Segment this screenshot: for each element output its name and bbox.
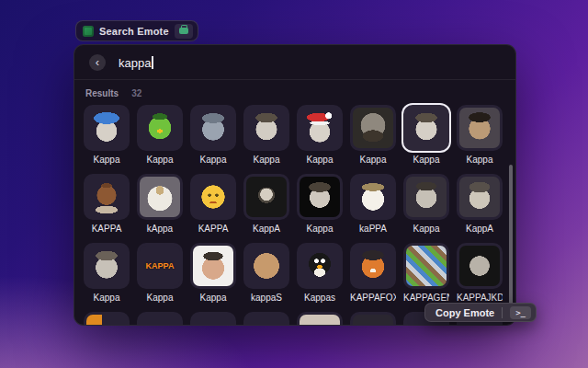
emote-cell: KappA: [457, 174, 503, 235]
emote-label: Kappa: [403, 155, 449, 166]
results-label: Results: [85, 88, 119, 98]
emote-thumbnail: [193, 246, 233, 286]
action-bar-divider: [502, 307, 503, 318]
emote-tile[interactable]: [84, 243, 130, 289]
copy-emote-button[interactable]: Copy Emote: [435, 307, 494, 318]
emote-cell: KAPPAFOX: [350, 243, 396, 304]
emote-thumbnail: [406, 177, 447, 217]
emote-glyph-text: KAPPA: [146, 261, 175, 270]
emote-tile[interactable]: [403, 174, 449, 220]
emote-thumbnail: [300, 177, 340, 217]
emote-thumbnail: [459, 108, 500, 148]
emote-cell: Kappa: [403, 174, 449, 235]
emote-tile[interactable]: [350, 105, 396, 151]
scrollbar-thumb[interactable]: [509, 165, 513, 319]
text-caret: [152, 56, 153, 69]
emote-cell: Kappa: [350, 105, 396, 166]
emote-thumbnail: [246, 108, 287, 148]
emote-cell: Kappa: [190, 105, 236, 166]
emote-tile[interactable]: [243, 105, 289, 151]
search-bar: ‹ kappa: [74, 45, 515, 80]
emote-label: Kappa: [457, 155, 503, 166]
emote-cell: Kappa: [137, 105, 183, 166]
emote-cell: KAPPAKappa: [137, 243, 183, 304]
emote-tile[interactable]: [137, 312, 183, 326]
emote-tile[interactable]: [190, 243, 236, 289]
emote-tile[interactable]: [350, 312, 396, 326]
emote-cell: Kappas: [297, 243, 343, 304]
emote-tile[interactable]: [190, 312, 236, 326]
emote-tile[interactable]: [457, 243, 503, 289]
emote-label: KAPPAFOX: [350, 293, 396, 304]
emote-cell: Kappa: [457, 105, 503, 166]
extension-app-icon: [83, 26, 94, 37]
emote-thumbnail: [459, 177, 500, 217]
emote-cell: KAPPAGEN: [403, 243, 449, 304]
emote-thumbnail: [406, 108, 447, 148]
emote-cell: Kappa: [403, 105, 449, 166]
emote-label: Kappa: [84, 293, 130, 304]
emote-label: Kappas: [297, 293, 343, 304]
launcher-chip[interactable]: Search Emote: [75, 20, 198, 41]
emote-tile[interactable]: [297, 174, 343, 220]
emote-cell: Kappa: [243, 105, 289, 166]
emote-tile[interactable]: [190, 105, 236, 151]
emote-cell: OH: [84, 312, 130, 326]
emote-thumbnail: [193, 177, 233, 217]
emote-tile[interactable]: [297, 243, 343, 289]
emote-tile[interactable]: [190, 174, 236, 220]
emote-search-panel: ‹ kappa Results 32 KappaKappaKappaKappaK…: [74, 44, 516, 326]
emote-label: KAPPA: [84, 224, 130, 235]
emote-label: Kappa: [297, 155, 343, 166]
emote-tile[interactable]: [350, 243, 396, 289]
emote-tile[interactable]: [457, 174, 503, 220]
emote-label: Kappa: [137, 293, 183, 304]
emote-thumbnail: [140, 108, 180, 148]
emote-tile-selected[interactable]: [403, 105, 449, 151]
launcher-chip-label: Search Emote: [99, 26, 169, 37]
emote-cell: [137, 312, 183, 326]
emote-tile[interactable]: [84, 105, 130, 151]
search-query-text: kappa: [119, 56, 151, 70]
emote-tile[interactable]: [243, 243, 289, 289]
emote-tile[interactable]: [243, 174, 289, 220]
emote-cell: KAPPA: [84, 174, 130, 235]
emote-cell: [190, 312, 236, 326]
emote-thumbnail: [140, 315, 180, 326]
emote-tile[interactable]: KAPPA: [137, 243, 183, 289]
emote-tile[interactable]: [137, 174, 183, 220]
emote-label: KAPPA: [190, 224, 236, 235]
emote-label: KappA: [243, 224, 289, 235]
emote-cell: KAPPA: [190, 174, 236, 235]
terminal-key-icon[interactable]: >_: [510, 306, 531, 319]
emote-thumbnail: [246, 315, 287, 326]
emote-label: KappA: [457, 224, 503, 235]
emote-thumbnail: KAPPA: [140, 246, 180, 286]
emote-tile[interactable]: [297, 105, 343, 151]
search-input[interactable]: kappa: [119, 54, 153, 71]
emote-label: Kappa: [137, 155, 183, 166]
back-button[interactable]: ‹: [89, 54, 106, 71]
emote-tile[interactable]: [403, 243, 449, 289]
emote-thumbnail: [193, 315, 233, 326]
emote-tile[interactable]: [137, 105, 183, 151]
emote-tile[interactable]: [457, 105, 503, 151]
emote-label: Kappa: [84, 155, 130, 166]
emote-cell: Kappa: [297, 174, 343, 235]
emote-cell: KappA: [243, 174, 289, 235]
emote-label: kaPPA: [350, 224, 396, 235]
emote-label: Kappa: [190, 293, 236, 304]
emote-tile[interactable]: [350, 174, 396, 220]
emote-tile[interactable]: [243, 312, 289, 326]
results-header: Results 32: [74, 80, 515, 105]
emote-tile[interactable]: [84, 174, 130, 220]
emote-thumbnail: [193, 108, 233, 148]
emote-thumbnail: [353, 108, 393, 148]
emote-label: Kappa: [350, 155, 396, 166]
emote-tile[interactable]: OH: [84, 312, 130, 326]
emote-tile[interactable]: [297, 312, 343, 326]
emote-cell: KAPPAJKD: [457, 243, 503, 304]
emote-grid: KappaKappaKappaKappaKappaKappaKappaKappa…: [74, 105, 515, 326]
emote-label: Kappa: [403, 224, 449, 235]
emote-thumbnail: [86, 177, 127, 217]
